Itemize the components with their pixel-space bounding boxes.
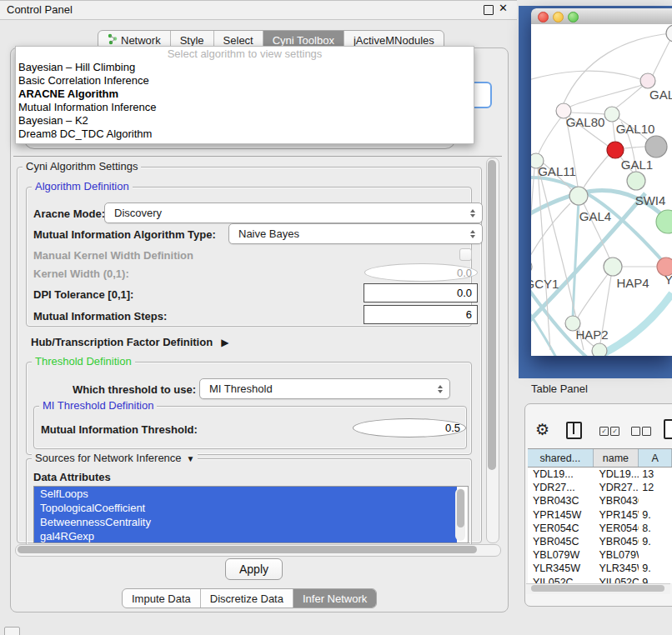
hub-factor-expander[interactable]: Hub/Transcription Factor Definition ▶ [31, 336, 228, 348]
gear-icon[interactable]: ⚙ [535, 420, 549, 439]
dpi-tolerance-input[interactable]: 0.0 [364, 283, 478, 302]
table-cell[interactable]: YBR043C [528, 494, 593, 508]
attribute-item-gal4rgexp[interactable]: gal4RGexp [34, 529, 457, 543]
tab-infer-network[interactable]: Infer Network [293, 589, 376, 608]
tab-discretize-data[interactable]: Discretize Data [201, 589, 293, 608]
aracne-mode-select[interactable]: Discovery [104, 202, 483, 223]
table-cell[interactable]: YBR045C [528, 535, 593, 548]
attribute-item-topologicalcoefficient[interactable]: TopologicalCoefficient [34, 501, 457, 515]
network-node[interactable] [592, 343, 607, 356]
table-cell[interactable]: YBL079W [528, 548, 593, 562]
settings-horizontal-scrollbar-thumb[interactable] [18, 546, 477, 553]
export-table-icon[interactable] [664, 419, 672, 439]
mi-algorithm-type-select[interactable]: Naive Bayes [228, 223, 483, 244]
control-panel-title: Control Panel [7, 3, 73, 16]
tab-impute-data[interactable]: Impute Data [123, 589, 201, 608]
table-horizontal-scrollbar-thumb[interactable] [531, 585, 664, 592]
table-cell[interactable]: YBR045C [593, 535, 639, 548]
table-cell[interactable]: YPR145W [593, 508, 639, 522]
kernel-width-input[interactable]: 0.0 [364, 263, 478, 282]
attribute-item-betweennesscentrality[interactable]: BetweennessCentrality [34, 515, 457, 529]
mi-steps-input[interactable]: 6 [364, 305, 478, 324]
table-cell[interactable]: YDL19... [593, 468, 639, 481]
mi-threshold-input[interactable]: 0.5 [353, 418, 466, 438]
table-row[interactable]: YER054CYER054C8. [528, 522, 672, 535]
table-cell[interactable]: 9. [639, 508, 672, 522]
table-cell[interactable]: YDR27... [528, 481, 593, 494]
network-node-swi4[interactable] [627, 172, 645, 190]
select-all-checkbox-icon[interactable]: ✓ [610, 427, 619, 436]
table-cell[interactable]: 13 [639, 468, 672, 481]
table-cell[interactable]: YLR345W [528, 562, 593, 575]
table-cell[interactable]: 9. [639, 535, 672, 548]
network-window-titlebar[interactable] [531, 8, 672, 25]
table-cell[interactable] [639, 548, 672, 562]
table-cell[interactable]: YLR345W [593, 562, 639, 575]
algorithm-option-mutual-information-inference[interactable]: Mutual Information Inference [16, 101, 474, 114]
table-cell[interactable]: YBL079W [593, 548, 639, 562]
manual-kernel-width-checkbox[interactable] [459, 248, 472, 261]
apply-button[interactable]: Apply [225, 558, 283, 580]
zoom-traffic-light-icon[interactable] [568, 12, 579, 22]
control-panel-titlebar: Control Panel ✕ [0, 0, 517, 20]
algorithm-option-aracne-algorithm[interactable]: ARACNE Algorithm [16, 88, 474, 101]
collapse-down-icon[interactable]: ▼ [187, 454, 195, 463]
float-window-icon[interactable] [484, 5, 494, 15]
which-threshold-select[interactable]: MI Threshold [199, 378, 450, 399]
table-cell[interactable]: YIL052C [593, 576, 639, 584]
close-traffic-light-icon[interactable] [538, 12, 549, 22]
table-cell[interactable]: YER054C [528, 522, 593, 535]
table-row[interactable]: YBR045CYBR045C9. [528, 535, 672, 548]
table-row[interactable]: YIL052CYIL052C9 [528, 576, 672, 584]
table-cell[interactable]: YER054C [593, 522, 639, 535]
settings-vertical-scrollbar-thumb[interactable] [488, 160, 496, 470]
network-node-gal10[interactable] [604, 107, 619, 122]
table-cell[interactable]: YDL19... [528, 468, 593, 481]
column-header-name[interactable]: name [594, 449, 639, 467]
select-all-checkbox-icon[interactable]: ✓ [599, 427, 609, 436]
unselect-all-checkbox-icon[interactable] [631, 427, 640, 436]
application-window: Control Panel ✕ NetworkStyleSelectCyni T… [0, 0, 672, 635]
table-row[interactable]: YBR043CYBR043C [528, 494, 672, 508]
close-icon[interactable]: ✕ [499, 2, 508, 14]
table-cell[interactable]: 9. [639, 562, 672, 575]
table-row[interactable]: YDL19...YDL19...13 [528, 468, 672, 481]
attribute-item-selfloops[interactable]: SelfLoops [34, 487, 457, 501]
table-row[interactable]: YLR345WYLR345W9. [528, 562, 672, 575]
algorithm-option-dream8-dc-tdc-algorithm[interactable]: Dream8 DC_TDC Algorithm [16, 128, 474, 141]
network-node-hap4[interactable] [604, 258, 622, 276]
mi-steps-value: 6 [466, 308, 472, 321]
table-cell[interactable]: 9 [639, 576, 672, 584]
table-cell[interactable]: YDR27... [593, 481, 639, 494]
table-row[interactable]: YPR145WYPR145W9. [528, 508, 672, 522]
network-node-gal4[interactable] [569, 187, 588, 205]
algorithm-option-bayesian-k2[interactable]: Bayesian – K2 [16, 114, 474, 128]
algorithm-option-bayesian-hill-climbing[interactable]: Bayesian – Hill Climbing [16, 61, 474, 74]
network-node-gal1[interactable] [607, 142, 624, 158]
network-node-gal[interactable] [640, 73, 655, 88]
table-cell[interactable]: YBR043C [593, 494, 639, 508]
panel-corner-icon[interactable] [4, 627, 20, 635]
minimize-traffic-light-icon[interactable] [553, 12, 564, 22]
table-cell[interactable]: 8. [639, 522, 672, 535]
table-row[interactable]: YBL079WYBL079W [528, 548, 672, 562]
unselect-all-checkbox-icon[interactable] [642, 427, 651, 436]
mi-threshold-value: 0.5 [445, 422, 460, 434]
table-cell[interactable] [639, 494, 672, 508]
network-node-gcy1[interactable] [531, 260, 532, 273]
manual-kernel-width-label: Manual Kernel Width Definition [33, 249, 193, 262]
data-attributes-list[interactable]: SelfLoopsTopologicalCoefficientBetweenne… [33, 486, 469, 543]
table-cell[interactable]: YPR145W [528, 508, 593, 522]
network-node[interactable] [666, 25, 672, 42]
algorithm-option-basic-correlation-inference[interactable]: Basic Correlation Inference [16, 74, 474, 88]
network-canvas[interactable]: GALGAL80GAL10GAL1GAL11SWI4GAL4GCY1HAP4YH… [531, 24, 672, 356]
attributes-list-scrollbar[interactable] [455, 488, 465, 541]
table-cell[interactable]: YIL052C [528, 576, 593, 584]
column-header-a[interactable]: A [639, 449, 672, 467]
columns-icon[interactable] [566, 422, 582, 439]
column-header-shared[interactable]: shared... [528, 449, 594, 467]
network-node[interactable] [645, 136, 667, 158]
table-cell[interactable]: 12 [639, 481, 672, 494]
table-row[interactable]: YDR27...YDR27...12 [528, 481, 672, 494]
mi-algorithm-type-value: Naive Bayes [238, 228, 299, 240]
